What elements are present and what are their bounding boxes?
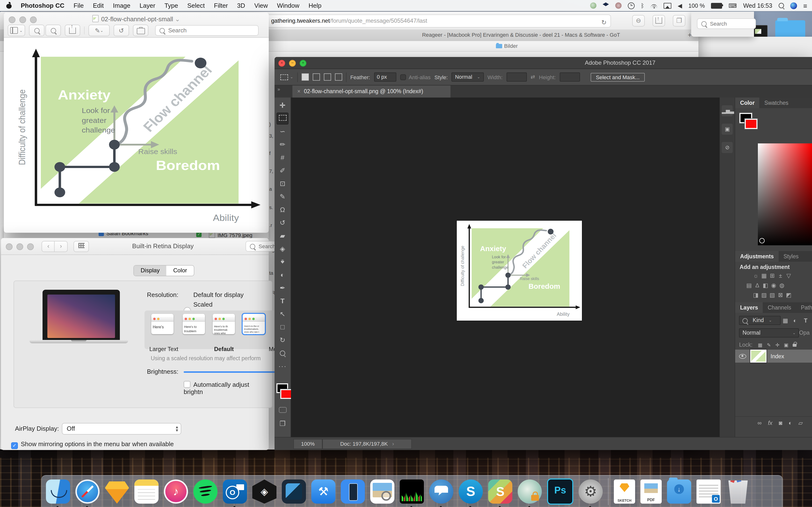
menubar-vpn-icon[interactable] xyxy=(590,2,597,9)
layer-visibility-icon[interactable] xyxy=(739,354,747,358)
paths-panel-tab[interactable]: Paths xyxy=(796,302,812,313)
lock-artboard-icon[interactable]: ▣ xyxy=(784,342,789,348)
resolution-option-more-space[interactable]: Here's to the cr troublemakers. ones who… xyxy=(243,314,265,334)
app-menu-title[interactable]: Photoshop CC xyxy=(21,2,64,9)
input-source-icon[interactable]: ⌨ xyxy=(729,3,737,8)
add-selection-mode[interactable] xyxy=(312,73,320,80)
collapse-tools-chevron[interactable]: » xyxy=(277,87,280,92)
lock-position-icon[interactable]: ✛ xyxy=(775,342,779,348)
layer-row-index[interactable]: Index xyxy=(735,350,812,362)
airplay-icon[interactable] xyxy=(664,3,671,8)
safari-tab[interactable]: Reageer - [Macbook Pro] Ervaringen & Dis… xyxy=(415,32,627,38)
tab-overview-button[interactable]: ❐ xyxy=(673,15,686,26)
posterize-icon[interactable]: ▨ xyxy=(760,292,768,299)
zoom-out-button[interactable] xyxy=(29,24,45,36)
black-white-icon[interactable]: ◧ xyxy=(761,282,770,289)
dock-pdf-file-icon[interactable]: PDF xyxy=(641,480,662,504)
menu-filter[interactable]: Filter xyxy=(214,2,228,9)
hue-saturation-icon[interactable]: ▤ xyxy=(745,282,753,289)
edit-toolbar-button[interactable]: ··· xyxy=(276,360,289,372)
brush-tool[interactable]: ✎ xyxy=(276,191,289,203)
lasso-tool[interactable]: ∽ xyxy=(276,125,289,137)
curves-icon[interactable]: ⊞ xyxy=(768,272,776,280)
histogram-panel-icon[interactable]: ▂▅▃ xyxy=(722,105,733,116)
lock-transparency-icon[interactable]: ▦ xyxy=(758,342,762,348)
menubar-dropbox-icon[interactable] xyxy=(603,2,609,9)
dock-xcode-icon[interactable]: ⚒ xyxy=(311,480,336,504)
favorites-folder-item[interactable]: Bilder xyxy=(496,43,518,49)
photoshop-titlebar[interactable]: × − + Adobe Photoshop CC 2017 xyxy=(274,57,812,69)
eyedropper-tool[interactable]: ✐ xyxy=(276,165,289,177)
threshold-icon[interactable]: ▧ xyxy=(768,292,776,299)
channels-panel-tab[interactable]: Channels xyxy=(763,302,796,313)
zoom-in-button[interactable] xyxy=(45,24,61,36)
menu-image[interactable]: Image xyxy=(113,2,130,9)
history-brush-tool[interactable]: ↺ xyxy=(276,217,289,229)
dock-slack-icon[interactable]: S xyxy=(488,480,512,504)
exposure-icon[interactable]: ± xyxy=(776,272,785,280)
path-selection-tool[interactable]: ↖ xyxy=(276,308,289,320)
open-document-image[interactable]: Anxiety Boredom Flow channel xyxy=(457,221,582,321)
hand-tool[interactable]: ↻ xyxy=(276,334,289,346)
zoom-level[interactable]: 100% xyxy=(293,439,322,449)
reload-icon[interactable]: ↻ xyxy=(601,17,607,27)
select-and-mask-button[interactable]: Select and Mask... xyxy=(591,73,645,81)
minimize-button[interactable]: − xyxy=(289,60,296,67)
background-color-swatch[interactable] xyxy=(280,389,292,399)
quick-selection-tool[interactable]: ✏ xyxy=(276,138,289,151)
levels-icon[interactable]: ▦ xyxy=(760,272,768,280)
dock-simulator-icon[interactable] xyxy=(341,480,365,504)
selective-color-icon[interactable]: ◩ xyxy=(785,292,793,299)
layer-filter-kind-dropdown[interactable]: Kind⌄ xyxy=(739,316,781,325)
sidebar-toggle-button[interactable]: ⌄ xyxy=(8,24,25,36)
finder-search-input[interactable] xyxy=(709,20,740,27)
resolution-option-larger-text[interactable]: Here's xyxy=(151,314,173,334)
type-tool[interactable]: T xyxy=(276,295,289,307)
time-machine-icon[interactable] xyxy=(628,2,635,9)
mirroring-checkbox[interactable]: ✓ xyxy=(11,442,18,449)
vibrance-icon[interactable]: ▽ xyxy=(785,272,793,280)
zoom-tool[interactable] xyxy=(276,347,289,359)
feather-input[interactable]: 0 px xyxy=(374,72,396,81)
dock-activity-graph-icon[interactable] xyxy=(400,480,424,504)
dock-anyconnect-icon[interactable] xyxy=(518,480,542,504)
siri-icon[interactable] xyxy=(790,2,797,9)
battery-icon[interactable] xyxy=(711,3,722,8)
back-button[interactable]: ‹ xyxy=(42,241,55,252)
dock-trash-icon[interactable] xyxy=(726,480,750,504)
style-dropdown[interactable]: Normal⌄ xyxy=(452,72,484,81)
preview-search-field[interactable] xyxy=(155,25,259,36)
menu-help[interactable]: Help xyxy=(309,2,322,9)
dock-itunes-icon[interactable]: ♪ xyxy=(164,480,188,504)
document-tab[interactable]: ×02-flow-channel-opt-small.png @ 100% (I… xyxy=(292,86,451,98)
menu-3d[interactable]: 3D xyxy=(237,2,245,9)
dock-unity-icon[interactable]: ◈ xyxy=(252,480,276,504)
zoom-button[interactable]: + xyxy=(300,60,306,67)
subtract-selection-mode[interactable] xyxy=(323,73,331,80)
intersect-selection-mode[interactable] xyxy=(335,73,342,80)
menu-view[interactable]: View xyxy=(254,2,268,9)
volume-icon[interactable]: ◀ xyxy=(678,3,682,8)
close-button[interactable]: × xyxy=(278,60,285,67)
spotlight-icon[interactable] xyxy=(779,3,784,8)
resolution-option-default[interactable]: Here's to th troublemak ones who xyxy=(213,314,235,334)
dock-xamarin-studio-icon[interactable] xyxy=(282,480,306,504)
link-layers-icon[interactable]: ∞ xyxy=(758,419,762,427)
height-input[interactable] xyxy=(560,72,580,81)
window-controls[interactable] xyxy=(6,243,34,250)
width-input[interactable] xyxy=(507,72,527,81)
color-balance-icon[interactable]: ∆ xyxy=(753,282,761,289)
preview-search-input[interactable] xyxy=(167,26,227,34)
status-chevron-icon[interactable]: › xyxy=(392,441,394,447)
color-panel-tab[interactable]: Color xyxy=(735,98,760,108)
markup-toolbox-button[interactable] xyxy=(133,24,148,36)
adjustments-panel-tab[interactable]: Adjustments xyxy=(735,251,779,262)
dock-finder-icon[interactable] xyxy=(46,480,70,504)
move-tool[interactable]: ✛ xyxy=(276,100,289,112)
layer-style-icon[interactable]: fx xyxy=(768,419,773,427)
bluetooth-icon[interactable]: ᛒ xyxy=(641,3,644,8)
channel-mixer-icon[interactable]: ◍ xyxy=(778,282,786,289)
window-controls[interactable]: × − + xyxy=(278,60,306,67)
share-button[interactable] xyxy=(653,15,665,26)
styles-panel-tab[interactable]: Styles xyxy=(779,251,804,262)
